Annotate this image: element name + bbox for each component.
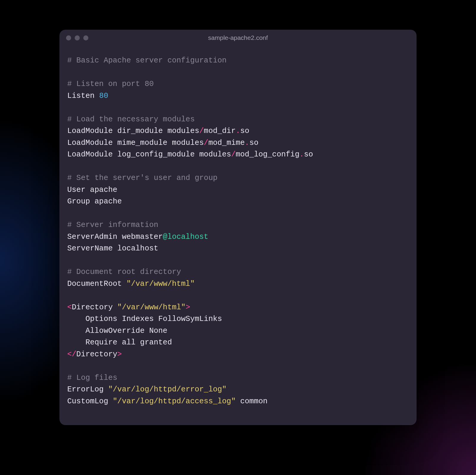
code-token: ServerAdmin webmaster <box>67 233 163 241</box>
code-token: # Set the server's user and group <box>67 174 217 182</box>
code-token: AllowOverride None <box>67 327 167 335</box>
code-token: # Document root directory <box>67 268 181 276</box>
code-token: > <box>186 303 190 312</box>
code-token: # Load the necessary modules <box>67 115 195 124</box>
code-token: . <box>236 127 240 135</box>
code-token: Directory <box>72 303 117 312</box>
code-token: Require all granted <box>67 338 172 347</box>
code-token: # Log files <box>67 374 117 382</box>
titlebar: sample-apache2.conf <box>60 30 416 46</box>
code-token: 80 <box>99 92 108 100</box>
code-token: < <box>67 303 72 312</box>
code-token: Group apache <box>67 197 122 206</box>
code-token: @localhost <box>163 233 208 241</box>
minimize-icon[interactable] <box>75 35 80 40</box>
editor-window: sample-apache2.conf # Basic Apache serve… <box>60 30 416 425</box>
code-token: common <box>236 397 267 406</box>
code-token: so <box>240 127 250 135</box>
code-token: User apache <box>67 186 117 194</box>
maximize-icon[interactable] <box>83 35 88 40</box>
code-token: . <box>299 150 304 159</box>
code-token: . <box>245 139 249 147</box>
code-area[interactable]: # Basic Apache server configuration # Li… <box>60 46 416 425</box>
code-token: LoadModule dir_module modules <box>67 127 199 135</box>
code-token: ErrorLog <box>67 385 108 394</box>
code-token: CustomLog <box>67 397 113 406</box>
code-token: / <box>199 127 204 135</box>
window-controls <box>66 35 88 40</box>
code-token: / <box>231 150 236 159</box>
code-token: </ <box>67 350 76 359</box>
code-token: DocumentRoot <box>67 280 126 288</box>
code-token: "/var/www/html" <box>126 280 195 288</box>
code-token: ServerName localhost <box>67 244 158 253</box>
code-content: # Basic Apache server configuration # Li… <box>67 55 409 407</box>
code-token: "/var/log/httpd/access_log" <box>113 397 236 406</box>
code-token: Options Indexes FollowSymLinks <box>67 315 222 323</box>
close-icon[interactable] <box>66 35 71 40</box>
code-token: # Listen on port 80 <box>67 80 154 88</box>
code-token: "/var/log/httpd/error_log" <box>108 385 227 394</box>
window-title: sample-apache2.conf <box>60 34 416 41</box>
code-token: > <box>117 350 122 359</box>
code-token: mod_mime <box>208 139 245 147</box>
code-token: "/var/www/html" <box>117 303 186 312</box>
code-token: # Server information <box>67 221 158 229</box>
code-token: # Basic Apache server configuration <box>67 56 227 65</box>
code-token: so <box>304 150 313 159</box>
code-token: / <box>204 139 208 147</box>
code-token: Listen <box>67 92 99 100</box>
code-token: mod_log_config <box>236 150 299 159</box>
code-token: so <box>249 139 259 147</box>
code-token: mod_dir <box>204 127 236 135</box>
code-token: LoadModule log_config_module modules <box>67 150 231 159</box>
code-token: Directory <box>76 350 118 359</box>
code-token: LoadModule mime_module modules <box>67 139 204 147</box>
